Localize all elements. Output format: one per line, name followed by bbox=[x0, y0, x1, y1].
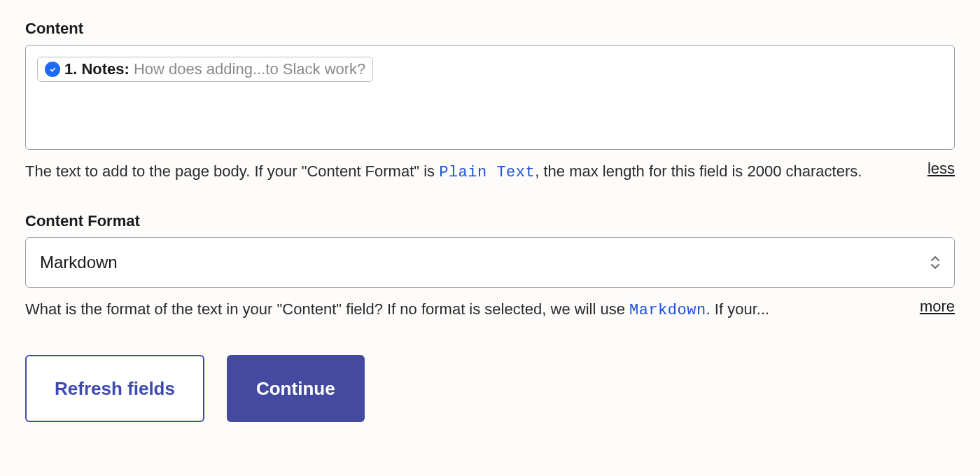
content-format-field-group: Content Format Markdown What is the form… bbox=[25, 212, 955, 325]
content-format-value: Markdown bbox=[40, 253, 118, 272]
check-badge-icon bbox=[45, 62, 60, 77]
content-label: Content bbox=[25, 20, 955, 38]
content-format-help-text: What is the format of the text in your "… bbox=[25, 296, 903, 325]
plain-text-code: Plain Text bbox=[439, 164, 535, 181]
content-help-row: The text to add to the page body. If you… bbox=[25, 158, 955, 187]
content-input[interactable]: 1. Notes: How does adding...to Slack wor… bbox=[25, 45, 955, 150]
content-pill[interactable]: 1. Notes: How does adding...to Slack wor… bbox=[37, 57, 373, 82]
chevron-up-down-icon bbox=[930, 256, 940, 269]
pill-value: How does adding...to Slack work? bbox=[134, 60, 365, 78]
content-format-help-row: What is the format of the text in your "… bbox=[25, 296, 955, 325]
content-field-group: Content 1. Notes: How does adding...to S… bbox=[25, 20, 955, 187]
continue-button[interactable]: Continue bbox=[227, 355, 365, 422]
content-format-select[interactable]: Markdown bbox=[25, 237, 955, 288]
content-format-more-toggle[interactable]: more bbox=[920, 298, 955, 316]
refresh-fields-button[interactable]: Refresh fields bbox=[25, 355, 204, 422]
button-row: Refresh fields Continue bbox=[25, 355, 955, 422]
markdown-code: Markdown bbox=[629, 302, 706, 319]
content-less-toggle[interactable]: less bbox=[927, 160, 955, 178]
content-format-label: Content Format bbox=[25, 212, 955, 230]
content-help-text: The text to add to the page body. If you… bbox=[25, 158, 911, 187]
pill-prefix: 1. Notes: bbox=[64, 60, 130, 78]
